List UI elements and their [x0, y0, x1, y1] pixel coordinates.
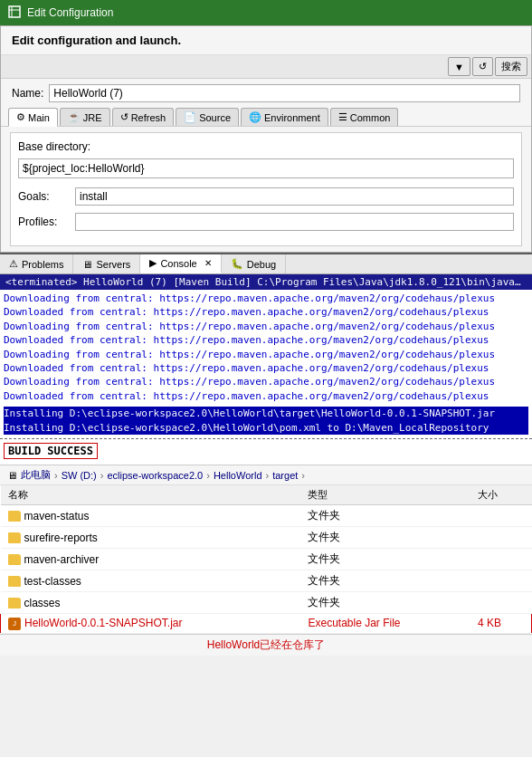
table-row[interactable]: maven-archiver 文件夹: [1, 549, 532, 570]
col-name: 名称: [1, 485, 301, 505]
breadcrumb-item-target[interactable]: target: [272, 470, 298, 481]
title-bar-icon: [7, 5, 22, 22]
config-panel: Edit configuration and launch. ▼ ↺ 搜索 Na…: [0, 25, 532, 253]
svg-rect-0: [9, 6, 20, 17]
source-icon: 📄: [184, 111, 196, 123]
file-name: maven-status: [1, 505, 301, 527]
pc-icon: 🖥: [7, 470, 17, 481]
breadcrumb-item-pc[interactable]: 此电脑: [21, 468, 51, 482]
tabs-row: ⚙ Main ☕ JRE ↺ Refresh 📄 Source 🌐 Enviro…: [1, 108, 531, 127]
col-size: 大小: [470, 485, 532, 505]
tab-common[interactable]: ☰ Common: [330, 108, 399, 126]
config-header: Edit configuration and launch.: [1, 26, 531, 55]
file-type: 文件夹: [300, 549, 470, 570]
file-explorer: 🖥 此电脑 › SW (D:) › eclipse-workspace2.0 ›…: [0, 465, 532, 656]
folder-icon: [8, 511, 21, 522]
log-line-highlight: Installing D:\eclipse-workspace2.0\Hello…: [4, 407, 528, 420]
table-row[interactable]: maven-status 文件夹: [1, 505, 532, 527]
tab-problems[interactable]: ⚠ Problems: [0, 254, 73, 273]
file-name: classes: [1, 592, 301, 614]
console-icon: ▶: [149, 257, 157, 269]
file-type: 文件夹: [300, 570, 470, 592]
table-row-highlighted[interactable]: JHelloWorld-0.0.1-SNAPSHOT.jar Executabl…: [1, 614, 532, 634]
file-type: Executable Jar File: [300, 614, 470, 634]
file-name: surefire-reports: [1, 527, 301, 549]
folder-icon: [8, 554, 21, 565]
log-line: Downloaded from central: https://repo.ma…: [4, 389, 528, 403]
file-size: 4 KB: [470, 614, 532, 634]
build-success-box: BUILD SUCCESS: [0, 441, 532, 461]
tab-jre[interactable]: ☕ JRE: [60, 108, 110, 126]
file-size: [470, 549, 532, 570]
refresh-btn[interactable]: ↺: [472, 57, 493, 76]
build-success-text: BUILD SUCCESS: [4, 443, 98, 459]
file-table: 名称 类型 大小 maven-status 文件夹 surefire-repor…: [0, 485, 532, 634]
file-size: [470, 570, 532, 592]
base-dir-input[interactable]: [18, 158, 514, 178]
name-row: Name:: [1, 79, 531, 108]
base-dir-label: Base directory:: [18, 140, 514, 153]
log-line: Downloading from central: https://repo.m…: [4, 348, 528, 361]
table-row[interactable]: test-classes 文件夹: [1, 570, 532, 592]
env-icon: 🌐: [249, 111, 261, 123]
console-header: <terminated> HelloWorld (7) [Maven Build…: [0, 274, 532, 290]
folder-icon: [8, 576, 21, 587]
breadcrumb-item-sw[interactable]: SW (D:): [62, 470, 97, 481]
search-btn[interactable]: 搜索: [495, 57, 527, 76]
problems-icon: ⚠: [9, 258, 18, 270]
tab-refresh[interactable]: ↺ Refresh: [112, 108, 175, 126]
debug-icon: 🐛: [231, 258, 243, 270]
file-name: JHelloWorld-0.0.1-SNAPSHOT.jar: [1, 614, 301, 634]
jre-icon: ☕: [68, 111, 81, 123]
tab-debug[interactable]: 🐛 Debug: [222, 254, 286, 273]
dropdown-btn[interactable]: ▼: [448, 57, 470, 76]
status-bar: HelloWorld已经在仓库了: [0, 634, 532, 656]
console-close-icon[interactable]: ✕: [204, 258, 212, 268]
bottom-panel: ⚠ Problems 🖥 Servers ▶ Console ✕ 🐛 Debug…: [0, 253, 532, 465]
console-tabs: ⚠ Problems 🖥 Servers ▶ Console ✕ 🐛 Debug: [0, 254, 532, 274]
breadcrumb-item-workspace[interactable]: eclipse-workspace2.0: [107, 470, 203, 481]
tab-source[interactable]: 📄 Source: [176, 108, 239, 126]
tab-environment[interactable]: 🌐 Environment: [241, 108, 328, 126]
file-type: 文件夹: [300, 592, 470, 614]
file-type: 文件夹: [300, 527, 470, 549]
servers-icon: 🖥: [82, 259, 92, 270]
table-row[interactable]: classes 文件夹: [1, 592, 532, 614]
top-toolbar: ▼ ↺ 搜索: [1, 55, 531, 79]
file-type: 文件夹: [300, 505, 470, 527]
log-line-highlight: Installing D:\eclipse-workspace2.0\Hello…: [4, 421, 528, 435]
refresh-icon: ↺: [120, 111, 128, 123]
log-line: Downloading from central: https://repo.m…: [4, 375, 528, 388]
file-size: [470, 527, 532, 549]
tab-servers[interactable]: 🖥 Servers: [73, 254, 140, 273]
title-bar-text: Edit Configuration: [27, 6, 113, 19]
log-line: Downloaded from central: https://repo.ma…: [4, 305, 528, 319]
col-type: 类型: [300, 485, 470, 505]
common-icon: ☰: [338, 111, 347, 123]
title-bar: Edit Configuration: [0, 0, 532, 25]
folder-icon: [8, 598, 21, 608]
tab-console[interactable]: ▶ Console ✕: [140, 254, 221, 273]
goals-row: Goals:: [18, 187, 514, 206]
console-log-lines: Downloading from central: https://repo.m…: [0, 290, 532, 405]
table-row[interactable]: surefire-reports 文件夹: [1, 527, 532, 549]
breadcrumb: 🖥 此电脑 › SW (D:) › eclipse-workspace2.0 ›…: [0, 465, 532, 485]
status-text: HelloWorld已经在仓库了: [207, 638, 325, 651]
jar-icon: J: [8, 618, 21, 630]
file-name: test-classes: [1, 570, 301, 592]
console-separator: [0, 438, 532, 439]
console-highlight-lines: Installing D:\eclipse-workspace2.0\Hello…: [0, 405, 532, 436]
goals-input[interactable]: [75, 187, 514, 206]
log-line: Downloading from central: https://repo.m…: [4, 320, 528, 333]
tab-main[interactable]: ⚙ Main: [8, 108, 58, 127]
log-line: Downloaded from central: https://repo.ma…: [4, 361, 528, 375]
form-area: Base directory: Goals: Profiles:: [10, 132, 522, 246]
name-input[interactable]: [49, 84, 520, 102]
log-line: Downloading from central: https://repo.m…: [4, 292, 528, 305]
breadcrumb-item-hello[interactable]: HelloWorld: [214, 470, 262, 481]
console-content: <terminated> HelloWorld (7) [Maven Build…: [0, 274, 532, 465]
goals-label: Goals:: [18, 190, 68, 203]
profiles-label: Profiles:: [18, 216, 68, 228]
log-line: Downloaded from central: https://repo.ma…: [4, 333, 528, 347]
profiles-input[interactable]: [75, 213, 514, 231]
